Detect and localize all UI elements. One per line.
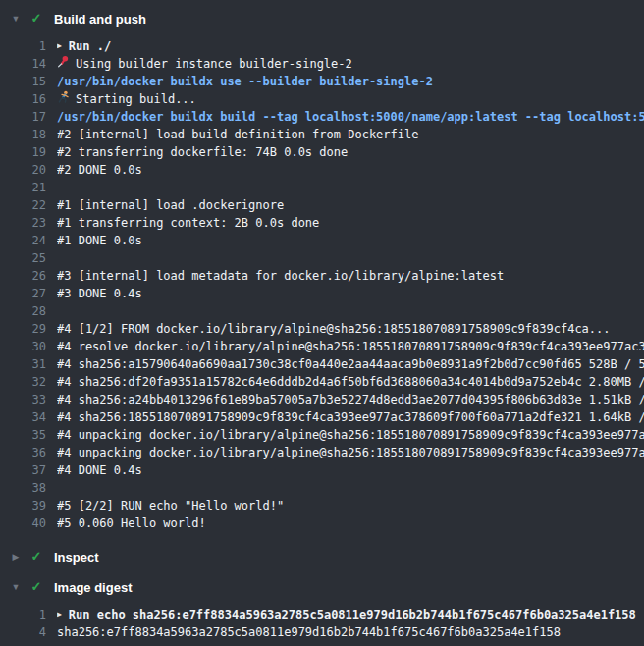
log-line: 15 /usr/bin/docker buildx use --builder … bbox=[0, 73, 644, 90]
log-line-text: #1 transferring context: 2B 0.0s done bbox=[57, 214, 319, 232]
log-line-content: Using builder instance builder-single-2 bbox=[57, 55, 644, 73]
line-number[interactable]: 27 bbox=[0, 285, 46, 302]
expand-arrow-icon[interactable]: ▶ bbox=[57, 606, 62, 623]
line-number[interactable]: 30 bbox=[0, 338, 46, 355]
log-line: 22 #1 [internal] load .dockerignore bbox=[0, 196, 644, 214]
log-line-text: Using builder instance builder-single-2 bbox=[76, 55, 352, 73]
line-number[interactable]: 16 bbox=[0, 90, 46, 108]
section-header[interactable]: ▼ ✓ Image digest bbox=[0, 574, 644, 600]
log-line-content: Starting build... bbox=[57, 90, 644, 108]
expand-arrow-icon[interactable]: ▶ bbox=[57, 37, 62, 55]
line-number[interactable]: 37 bbox=[0, 461, 46, 479]
log-line: 23 #1 transferring context: 2B 0.0s done bbox=[0, 214, 644, 232]
log-line: 33 #4 sha256:a24bb4013296f61e89ba57005a7… bbox=[0, 391, 644, 408]
pushpin-icon bbox=[57, 55, 70, 73]
line-number[interactable]: 20 bbox=[0, 161, 46, 179]
log-line-text: #2 DONE 0.0s bbox=[57, 161, 142, 179]
log-line-content: #1 transferring context: 2B 0.0s done bbox=[57, 214, 644, 232]
section-title: Build and push bbox=[54, 12, 146, 27]
log-line-content bbox=[57, 249, 644, 267]
chevron-icon[interactable]: ▼ bbox=[8, 574, 24, 600]
line-number[interactable]: 38 bbox=[0, 479, 46, 497]
log-line-content: sha256:e7ff8834a5963a2785c5a0811e979d16b… bbox=[57, 623, 644, 641]
line-number[interactable]: 36 bbox=[0, 444, 46, 461]
log-line-text: #3 DONE 0.4s bbox=[57, 285, 142, 302]
line-number[interactable]: 31 bbox=[0, 355, 46, 373]
line-number[interactable]: 21 bbox=[0, 179, 46, 196]
chevron-icon[interactable]: ▼ bbox=[8, 6, 24, 31]
log-line: 37 #4 DONE 0.4s bbox=[0, 461, 644, 479]
section-header[interactable]: ▶ ✓ Inspect bbox=[0, 544, 644, 569]
log-line-content: #1 DONE 0.0s bbox=[57, 232, 644, 249]
log-line: 18 #2 [internal] load build definition f… bbox=[0, 126, 644, 143]
log-line-content: #2 [internal] load build definition from… bbox=[57, 126, 644, 143]
line-number[interactable]: 24 bbox=[0, 232, 46, 249]
check-success-icon: ✓ bbox=[28, 544, 44, 569]
log-line-content: #4 unpacking docker.io/library/alpine@sh… bbox=[57, 444, 644, 461]
line-number[interactable]: 29 bbox=[0, 320, 46, 338]
log-line-text: #4 unpacking docker.io/library/alpine@sh… bbox=[57, 426, 644, 444]
line-number[interactable]: 25 bbox=[0, 249, 46, 267]
log-line-content: #4 sha256:a15790640a6690aa1730c38cf0a440… bbox=[57, 355, 644, 373]
line-number[interactable]: 4 bbox=[0, 623, 46, 641]
log-line: 24 #1 DONE 0.0s bbox=[0, 232, 644, 249]
log-line: 38 bbox=[0, 479, 644, 497]
log-line-content: #3 [internal] load metadata for docker.i… bbox=[57, 267, 644, 285]
line-number[interactable]: 19 bbox=[0, 143, 46, 161]
log-line-text: #4 resolve docker.io/library/alpine@sha2… bbox=[57, 338, 644, 355]
log-line: 30 #4 resolve docker.io/library/alpine@s… bbox=[0, 338, 644, 355]
log-line: 32 #4 sha256:df20fa9351a15782c64e6dddb2d… bbox=[0, 373, 644, 391]
log-line-content: #3 DONE 0.4s bbox=[57, 285, 644, 302]
log-line: 21 bbox=[0, 179, 644, 196]
check-success-icon: ✓ bbox=[28, 6, 44, 31]
log-line-content: ▶ Run echo sha256:e7ff8834a5963a2785c5a0… bbox=[57, 606, 644, 623]
log-line: 1 ▶ Run ./ bbox=[0, 37, 644, 55]
line-number[interactable]: 33 bbox=[0, 391, 46, 408]
chevron-icon[interactable]: ▶ bbox=[8, 544, 24, 569]
log-line-text: /usr/bin/docker buildx use --builder bui… bbox=[57, 73, 433, 90]
log-line-text: #4 sha256:185518070891758909c9f839cf4ca3… bbox=[57, 408, 644, 426]
log-line-content: #2 DONE 0.0s bbox=[57, 161, 644, 179]
line-number[interactable]: 39 bbox=[0, 497, 46, 514]
log-line-text: Starting build... bbox=[76, 90, 196, 108]
log-line: 35 #4 unpacking docker.io/library/alpine… bbox=[0, 426, 644, 444]
log-line: 20 #2 DONE 0.0s bbox=[0, 161, 644, 179]
line-number[interactable]: 35 bbox=[0, 426, 46, 444]
section-header[interactable]: ▼ ✓ Build and push bbox=[0, 6, 644, 31]
log-line-content: #4 sha256:df20fa9351a15782c64e6dddb2d4a6… bbox=[57, 373, 644, 391]
log-line-content: #4 resolve docker.io/library/alpine@sha2… bbox=[57, 338, 644, 355]
log-line: 16 Starting build... bbox=[0, 90, 644, 108]
line-number[interactable]: 34 bbox=[0, 408, 46, 426]
log-line: 1 ▶ Run echo sha256:e7ff8834a5963a2785c5… bbox=[0, 606, 644, 623]
line-number[interactable]: 40 bbox=[0, 514, 46, 532]
log-line-text: #2 [internal] load build definition from… bbox=[57, 126, 418, 143]
line-number[interactable]: 23 bbox=[0, 214, 46, 232]
log-section: ▼ ✓ Build and push 1 ▶ Run ./ 14 Using b… bbox=[0, 6, 644, 539]
section-lines: 1 ▶ Run echo sha256:e7ff8834a5963a2785c5… bbox=[0, 600, 644, 646]
log-section: ▼ ✓ Image digest 1 ▶ Run echo sha256:e7f… bbox=[0, 574, 644, 646]
line-number[interactable]: 28 bbox=[0, 302, 46, 320]
log-line: 31 #4 sha256:a15790640a6690aa1730c38cf0a… bbox=[0, 355, 644, 373]
line-number[interactable]: 17 bbox=[0, 108, 46, 126]
log-line: 25 bbox=[0, 249, 644, 267]
section-title: Inspect bbox=[54, 550, 99, 565]
log-line-content: #5 0.060 Hello world! bbox=[57, 514, 644, 532]
line-number[interactable]: 1 bbox=[0, 37, 46, 55]
log-line-content: #5 [2/2] RUN echo "Hello world!" bbox=[57, 497, 644, 514]
log-line-content: #4 sha256:a24bb4013296f61e89ba57005a7b3e… bbox=[57, 391, 644, 408]
log-line-text: #4 sha256:df20fa9351a15782c64e6dddb2d4a6… bbox=[57, 373, 644, 391]
runner-icon bbox=[57, 90, 70, 108]
log-line: 26 #3 [internal] load metadata for docke… bbox=[0, 267, 644, 285]
line-number[interactable]: 15 bbox=[0, 73, 46, 90]
line-number[interactable]: 1 bbox=[0, 606, 46, 623]
log-line-text: #4 DONE 0.4s bbox=[57, 461, 142, 479]
line-number[interactable]: 32 bbox=[0, 373, 46, 391]
log-line-content: #4 [1/2] FROM docker.io/library/alpine@s… bbox=[57, 320, 644, 338]
line-number[interactable]: 18 bbox=[0, 126, 46, 143]
line-number[interactable]: 14 bbox=[0, 55, 46, 73]
log-line-text: #3 [internal] load metadata for docker.i… bbox=[57, 267, 504, 285]
line-number[interactable]: 22 bbox=[0, 196, 46, 214]
log-line: 19 #2 transferring dockerfile: 74B 0.0s … bbox=[0, 143, 644, 161]
line-number[interactable]: 26 bbox=[0, 267, 46, 285]
log-line-text: sha256:e7ff8834a5963a2785c5a0811e979d16b… bbox=[57, 623, 561, 641]
